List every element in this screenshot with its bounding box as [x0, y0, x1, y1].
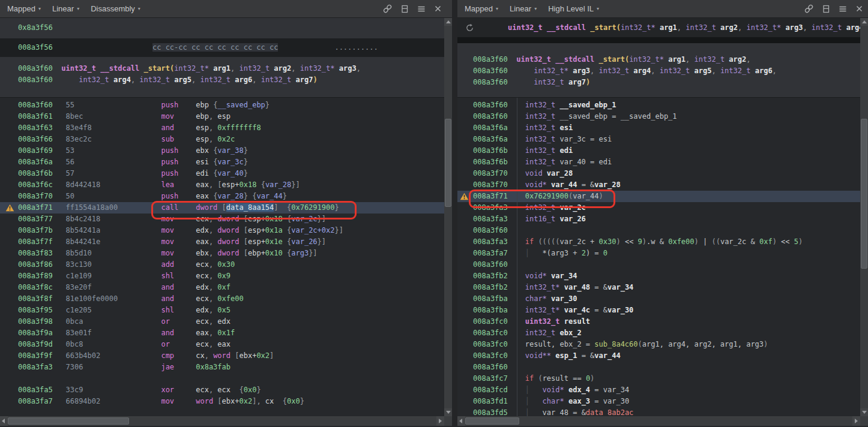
- hlil-row[interactable]: 008a3fba char* var_30: [457, 293, 860, 305]
- scroll-right-arrow[interactable]: [852, 416, 860, 426]
- hlil-row[interactable]: 008a3fc0 result, ebx_2 = sub_8a4c60(arg1…: [457, 339, 860, 350]
- scroll-left-arrow[interactable]: [457, 416, 465, 426]
- disasm-row[interactable]: 008a3f98 0bca or ecx, edx: [0, 316, 444, 327]
- hlil-row[interactable]: 008a3fc0 void** esp_1 = &var_44: [457, 350, 860, 362]
- scroll-down-arrow[interactable]: [860, 408, 868, 416]
- hlil-row[interactable]: 008a3fc0 uint32_t result: [457, 316, 860, 327]
- hlil-row[interactable]: 008a3fa3 if (((((var_2c + 0x30) << 9).w …: [457, 236, 860, 248]
- disasm-row[interactable]: 008a3f60 55 push ebp {__saved_ebp}: [0, 100, 444, 111]
- hlil-row[interactable]: 008a3f71 0x76291900(var_44): [457, 191, 860, 202]
- horizontal-scrollbar-thumb[interactable]: [8, 417, 129, 425]
- close-icon[interactable]: [855, 4, 864, 13]
- disasm-row[interactable]: 008a3fa3 7306 jae 0x8a3fab: [0, 362, 444, 373]
- scroll-down-arrow[interactable]: [444, 408, 452, 416]
- hlil-row[interactable]: 008a3f60: [457, 225, 860, 236]
- hlil-row[interactable]: 008a3f60: [457, 259, 860, 270]
- raw-bytes-row[interactable]: 008a3f56 cc cc-cc cc cc cc cc cc cc cc .…: [0, 38, 444, 56]
- hlil-row[interactable]: 008a3f60 int32_t __saved_ebp = __saved_e…: [457, 111, 860, 122]
- hlil-row[interactable]: 008a3fcd │ void* edx_4 = var_34: [457, 384, 860, 396]
- token-r: [274, 397, 282, 405]
- hlil-row[interactable]: 008a3fb2 void* var_34: [457, 270, 860, 282]
- hlil-row[interactable]: 008a3f6b int32_t var_40 = edi: [457, 157, 860, 168]
- disasm-row[interactable]: 008a3f9f 663b4b02 cmp cx, word [ebx+0x2]: [0, 350, 444, 362]
- disasm-row[interactable]: 008a3f9a 83e01f and eax, 0x1f: [0, 327, 444, 339]
- disasm-row[interactable]: 008a3f61 8bec mov ebp, esp: [0, 111, 444, 122]
- hlil-row[interactable]: 008a3f70 void* var_44 = &var_28: [457, 179, 860, 191]
- link-icon[interactable]: [804, 4, 814, 14]
- scroll-up-arrow[interactable]: [860, 18, 868, 26]
- disasm-row[interactable]: 008a3f6a 56 push esi {var_3c}: [0, 157, 444, 168]
- disasm-row[interactable]: 008a3fa7 66894b02 mov word [ebx+0x2], cx…: [0, 396, 444, 407]
- horizontal-scrollbar-thumb[interactable]: [465, 417, 519, 425]
- split-icon[interactable]: [821, 4, 831, 14]
- disasm-row[interactable]: 008a3f63 83e4f8 and esp, 0xfffffff8: [0, 122, 444, 134]
- token-a: 008a3f61: [18, 112, 53, 121]
- hlil-row[interactable]: 008a3fa3 int16_t var_26: [457, 214, 860, 225]
- disasm-row[interactable]: 008a3f89 c1e109 shl ecx, 0x9: [0, 270, 444, 282]
- token-r: [283, 215, 287, 223]
- hlil-row[interactable]: 008a3fd1 │ char* eax_3 = var_30: [457, 396, 860, 407]
- token-r: eax: [196, 181, 209, 189]
- menu-high-level-il[interactable]: High Level IL▾: [548, 4, 599, 13]
- disasm-row[interactable]: 008a3f69 53 push ebx {var_38}: [0, 145, 444, 157]
- token-a: 008a3fa3: [473, 237, 508, 246]
- function-signature-row[interactable]: 008a3f60 int32_t arg7): [457, 77, 860, 88]
- disasm-row[interactable]: 008a3f8f 81e100fe0000 and ecx, 0xfe00: [0, 293, 444, 305]
- link-icon[interactable]: [382, 4, 393, 14]
- disasm-row[interactable]: 008a3f86 83c130 add ecx, 0x30: [0, 259, 444, 270]
- hlil-row[interactable]: 008a3fb2 int32_t* var_48 = &var_34: [457, 282, 860, 293]
- hlil-row[interactable]: 008a3fa3 int32_t var_2c: [457, 202, 860, 214]
- disasm-row[interactable]: 008a3f70 50 push eax {var_28} {var_44}: [0, 191, 444, 202]
- menu-icon[interactable]: [417, 4, 426, 14]
- hlil-row[interactable]: 008a3fba int32_t* var_4c = &var_30: [457, 305, 860, 316]
- menu-icon[interactable]: [838, 4, 848, 14]
- menu-linear[interactable]: Linear▾: [510, 4, 537, 13]
- disasm-row[interactable]: [0, 373, 444, 384]
- function-signature-row[interactable]: 008a3f60 int32_t* arg3, int32_t arg4, in…: [457, 65, 860, 77]
- hlil-row[interactable]: 008a3f6a int32_t var_3c = esi: [457, 134, 860, 145]
- scroll-left-arrow[interactable]: [0, 416, 8, 426]
- function-signature-row[interactable]: 008a3f60 int32_t arg4, int32_t arg5, int…: [0, 74, 444, 86]
- disasm-row[interactable]: 008a3f9d 0bc8 or ecx, eax: [0, 339, 444, 350]
- function-signature-row[interactable]: 008a3f60 uint32_t __stdcall _start(int32…: [457, 54, 860, 65]
- hlil-row[interactable]: 008a3fd5 │ var_48 = &data_8ab2ac: [457, 407, 860, 416]
- menu-linear[interactable]: Linear▾: [52, 4, 79, 13]
- disasm-row[interactable]: 008a3f71 ff1554a18a00 call dword [data_8…: [0, 202, 444, 214]
- disasm-row[interactable]: 008a3f77 8b4c2418 mov ecx, dword [esp+0x…: [0, 214, 444, 225]
- menu-mapped[interactable]: Mapped▾: [7, 4, 41, 13]
- function-signature-row[interactable]: 008a3f60 uint32_t __stdcall _start(int32…: [0, 63, 444, 74]
- hlil-row[interactable]: 008a3fc7 if (result == 0): [457, 373, 860, 384]
- disasm-row[interactable]: 008a3f7f 8b44241e mov eax, dword [esp+0x…: [0, 236, 444, 248]
- disasm-row[interactable]: 008a3f8c 83e20f and edx, 0xf: [0, 282, 444, 293]
- token-p: ,: [209, 135, 217, 143]
- close-icon[interactable]: [433, 4, 442, 13]
- disasm-row[interactable]: 008a3f6c 8d442418 lea eax, [esp+0x18 {va…: [0, 179, 444, 191]
- block-address-row[interactable]: 0x8a3f56: [0, 18, 444, 38]
- vertical-scrollbar-thumb[interactable]: [445, 119, 451, 207]
- pane-splitter[interactable]: [452, 0, 457, 427]
- refresh-icon[interactable]: [465, 23, 474, 32]
- token-w: var_30: [551, 294, 577, 303]
- disasm-row[interactable]: 008a3fa5 33c9 xor ecx, ecx {0x0}: [0, 384, 444, 396]
- hlil-row[interactable]: 008a3f60: [457, 362, 860, 373]
- split-icon[interactable]: [400, 4, 409, 14]
- token-n: 0xfffffff8: [217, 124, 261, 132]
- scroll-right-arrow[interactable]: [436, 416, 444, 426]
- disasm-row[interactable]: 008a3f6b 57 push edi {var_40}: [0, 168, 444, 179]
- hlil-row[interactable]: 008a3f6a int32_t esi: [457, 122, 860, 134]
- hlil-row[interactable]: 008a3f60 int32_t __saved_ebp_1: [457, 100, 860, 111]
- hlil-row[interactable]: 008a3f70 void var_28: [457, 168, 860, 179]
- scroll-up-arrow[interactable]: [444, 18, 452, 26]
- function-sticky-header[interactable]: uint32_t __stdcall _start(int32_t* arg1,…: [457, 18, 860, 37]
- disasm-row[interactable]: 008a3f66 83ec2c sub esp, 0x2c: [0, 134, 444, 145]
- token-v: var_2c: [291, 215, 317, 223]
- hlil-row[interactable]: 008a3fa7 │ *(arg3 + 2) = 0: [457, 248, 860, 259]
- vertical-scrollbar-thumb[interactable]: [861, 119, 867, 269]
- disasm-row[interactable]: 008a3f7b 8b54241a mov edx, dword [esp+0x…: [0, 225, 444, 236]
- disasm-row[interactable]: 008a3f83 8b5d10 mov ebx, dword [ebp+0x10…: [0, 248, 444, 259]
- hlil-row[interactable]: 008a3fc0 int32_t ebx_2: [457, 327, 860, 339]
- disasm-row[interactable]: 008a3f95 c1e205 shl edx, 0x5: [0, 305, 444, 316]
- hlil-row[interactable]: 008a3f6b int32_t edi: [457, 145, 860, 157]
- menu-mapped[interactable]: Mapped▾: [465, 4, 498, 13]
- menu-disassembly[interactable]: Disassembly▾: [91, 4, 140, 13]
